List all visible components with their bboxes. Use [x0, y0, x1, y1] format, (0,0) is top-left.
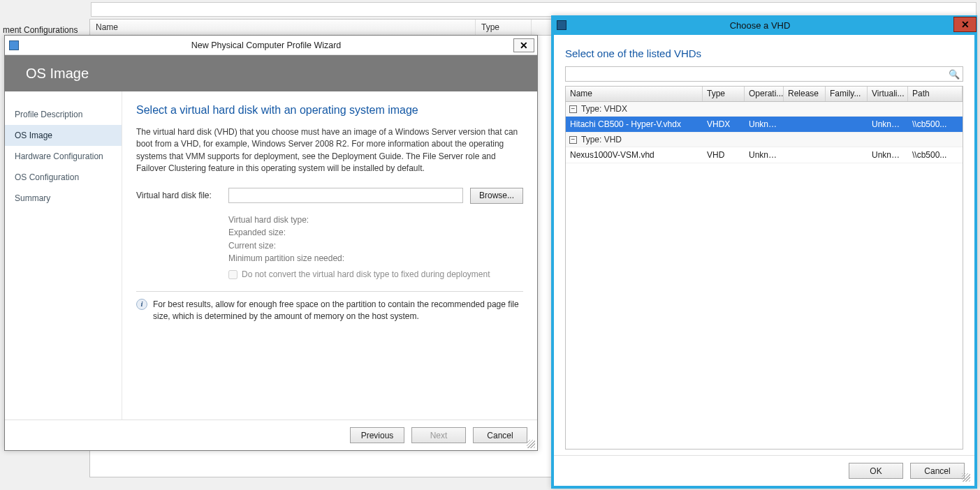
cell-name: Hitachi CB500 - Hyper-V.vhdx [566, 119, 703, 129]
chooser-title: Choose a VHD [566, 20, 953, 31]
nav-summary[interactable]: Summary [5, 188, 122, 209]
col-virtualization[interactable]: Virtuali... [868, 87, 908, 101]
wizard-banner-text: OS Image [26, 66, 89, 82]
profile-wizard-dialog: New Physical Computer Profile Wizard ✕ O… [4, 35, 538, 451]
wizard-banner: OS Image [5, 55, 537, 91]
cell-type: VHD [703, 150, 745, 160]
resize-grip-icon[interactable] [962, 473, 970, 482]
detail-vhd-type: Virtual hard disk type: [228, 214, 523, 227]
detail-expanded-size: Expanded size: [228, 226, 523, 239]
resize-grip-icon[interactable] [527, 440, 535, 448]
divider [136, 291, 523, 292]
wizard-nav: Profile Description OS Image Hardware Co… [5, 91, 122, 420]
nav-os-configuration[interactable]: OS Configuration [5, 167, 122, 188]
bg-col-name[interactable]: Name [90, 20, 476, 35]
cell-path: \\cb500... [908, 150, 963, 160]
vhd-file-label: Virtual hard disk file: [136, 191, 221, 200]
cell-os: Unknown [745, 150, 784, 160]
vhd-file-input[interactable] [228, 188, 463, 203]
cell-virt: Unknown [868, 150, 908, 160]
col-name[interactable]: Name [566, 87, 703, 101]
wizard-content: Select a virtual hard disk with an opera… [122, 91, 537, 420]
content-heading: Select a virtual hard disk with an opera… [136, 104, 523, 117]
wizard-footer: Previous Next Cancel [5, 420, 537, 450]
table-row[interactable]: Nexus1000V-VSM.vhd VHD Unknown Unknown \… [566, 147, 963, 163]
nav-profile-description[interactable]: Profile Description [5, 104, 122, 125]
bg-col-type[interactable]: Type [476, 20, 532, 35]
do-not-convert-checkbox-row[interactable]: Do not convert the virtual hard disk typ… [228, 268, 523, 281]
info-text: For best results, allow for enough free … [153, 299, 523, 323]
nav-hardware-configuration[interactable]: Hardware Configuration [5, 146, 122, 167]
group-vhd[interactable]: − Type: VHD [566, 133, 963, 147]
do-not-convert-label: Do not convert the virtual hard disk typ… [242, 268, 490, 281]
vhd-details: Virtual hard disk type: Expanded size: C… [228, 214, 523, 281]
chooser-search-input[interactable] [569, 69, 949, 79]
cell-os: Unknown [745, 119, 784, 129]
previous-button[interactable]: Previous [350, 427, 404, 443]
next-button[interactable]: Next [411, 427, 466, 443]
search-icon[interactable]: 🔍 [949, 69, 960, 80]
wizard-close-button[interactable]: ✕ [513, 38, 534, 52]
col-path[interactable]: Path [908, 87, 963, 101]
chooser-heading: Select one of the listed VHDs [565, 47, 963, 59]
chooser-cancel-button[interactable]: Cancel [910, 463, 965, 479]
chooser-app-icon [557, 20, 566, 30]
chooser-footer: OK Cancel [554, 455, 974, 486]
do-not-convert-checkbox[interactable] [228, 270, 237, 279]
group-vhdx[interactable]: − Type: VHDX [566, 102, 963, 117]
nav-os-image[interactable]: OS Image [5, 125, 122, 146]
detail-current-size: Current size: [228, 239, 523, 253]
chooser-grid-header: Name Type Operati... Release Family... V… [566, 87, 963, 102]
col-os[interactable]: Operati... [745, 87, 784, 101]
browse-button[interactable]: Browse... [470, 188, 523, 204]
bg-search-input[interactable] [91, 2, 977, 17]
collapse-icon[interactable]: − [569, 105, 577, 113]
cell-name: Nexus1000V-VSM.vhd [566, 150, 703, 160]
info-message: i For best results, allow for enough fre… [136, 299, 523, 323]
cell-path: \\cb500... [908, 119, 963, 129]
chooser-close-button[interactable]: ✕ [953, 17, 977, 32]
cell-type: VHDX [703, 119, 745, 129]
content-paragraph: The virtual hard disk (VHD) that you cho… [136, 126, 523, 175]
cell-virt: Unknown [868, 119, 908, 129]
choose-vhd-dialog: Choose a VHD ✕ Select one of the listed … [551, 15, 977, 489]
col-family[interactable]: Family... [826, 87, 868, 101]
group-vhdx-label: Type: VHDX [581, 104, 627, 114]
wizard-titlebar[interactable]: New Physical Computer Profile Wizard ✕ [5, 36, 537, 55]
chooser-grid: Name Type Operati... Release Family... V… [565, 86, 963, 450]
table-row[interactable]: Hitachi CB500 - Hyper-V.vhdx VHDX Unknow… [566, 117, 963, 133]
info-icon: i [136, 299, 147, 310]
chooser-titlebar[interactable]: Choose a VHD ✕ [551, 15, 977, 35]
group-vhd-label: Type: VHD [581, 135, 622, 144]
col-release[interactable]: Release [784, 87, 826, 101]
bg-left-nav-label: ment Configurations [0, 25, 78, 35]
wizard-app-icon [9, 40, 19, 50]
detail-min-partition: Minimum partition size needed: [228, 252, 523, 265]
col-type[interactable]: Type [703, 87, 745, 101]
wizard-title: New Physical Computer Profile Wizard [19, 40, 513, 50]
collapse-icon[interactable]: − [569, 136, 577, 144]
ok-button[interactable]: OK [849, 463, 903, 479]
wizard-cancel-button[interactable]: Cancel [473, 427, 527, 443]
chooser-search[interactable]: 🔍 [565, 66, 963, 82]
